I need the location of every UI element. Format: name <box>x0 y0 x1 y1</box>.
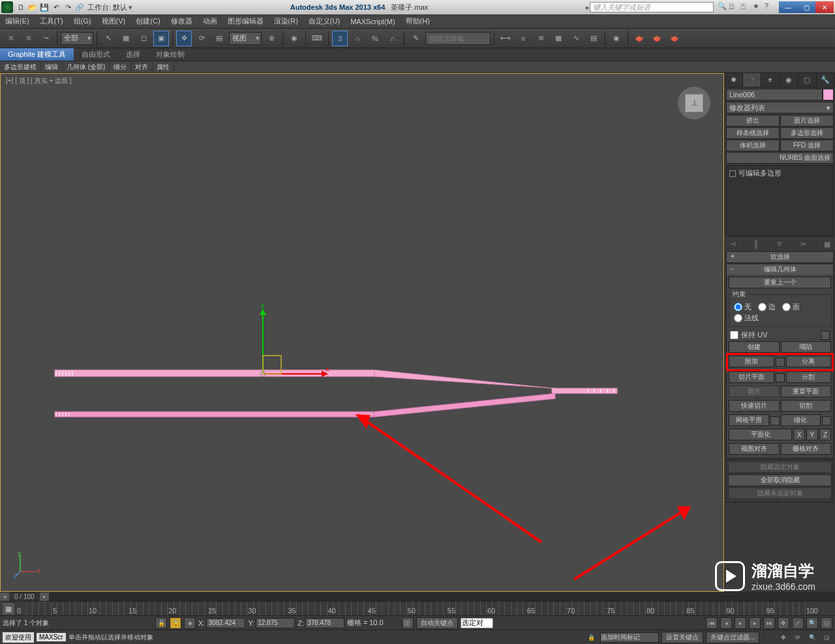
selection-filter-dropdown[interactable]: 全部 <box>61 32 93 45</box>
render-icon[interactable]: 🫖 <box>667 31 682 46</box>
modifier-list-dropdown[interactable]: 修改器列表 <box>726 102 834 114</box>
modifier-stack[interactable]: 可编辑多边形 <box>726 165 834 237</box>
tab-create-icon[interactable]: ✸ <box>725 73 743 87</box>
btn-repeat-last[interactable]: 重复上一个 <box>729 277 831 288</box>
time-tag-input[interactable] <box>600 632 659 643</box>
tess-settings-icon[interactable] <box>822 416 831 425</box>
menu-group[interactable]: 组(G) <box>74 16 91 26</box>
favorite-icon[interactable]: ★ <box>753 2 763 12</box>
tab-hierarchy-icon[interactable]: ⌆ <box>761 73 780 87</box>
play-end-icon[interactable]: ⏭ <box>763 617 775 629</box>
radio-none[interactable]: 无 <box>734 302 752 312</box>
btn-detach[interactable]: 分离 <box>786 356 832 367</box>
menu-custom[interactable]: 自定义(U) <box>309 16 340 26</box>
coord-z-input[interactable] <box>305 618 344 628</box>
workspace-label[interactable]: 工作台: 默认 <box>87 3 127 12</box>
subtab-geo[interactable]: 几何体 (全部) <box>63 62 110 72</box>
mirror-icon[interactable]: ⟷ <box>498 31 513 46</box>
time-scrollbar[interactable]: ◂ 0 / 100 ▸ <box>0 592 835 601</box>
spinner-snap-icon[interactable]: ∩ <box>385 31 401 46</box>
btn-x[interactable]: X <box>793 429 805 440</box>
radio-edge[interactable]: 边 <box>758 302 776 312</box>
qmark-icon[interactable]: ? <box>765 2 775 12</box>
autokey-button[interactable]: 自动关键点 <box>416 617 458 629</box>
stack-item-editable-poly[interactable]: 可编辑多边形 <box>729 168 830 178</box>
pin-stack-icon[interactable]: ⊣ <box>726 238 739 250</box>
btn-hide-unsel[interactable]: 隐藏未选定对象 <box>728 487 832 499</box>
schematic-icon[interactable]: ▤ <box>586 31 601 46</box>
make-unique-icon[interactable]: ⩔ <box>774 238 787 250</box>
unlink-icon[interactable]: ⤮ <box>20 31 36 46</box>
btn-tess[interactable]: 细化 <box>781 414 821 426</box>
btn-view-align[interactable]: 视图对齐 <box>729 443 780 455</box>
close-button[interactable]: ✕ <box>815 1 834 13</box>
menu-create[interactable]: 创建(C) <box>136 16 160 26</box>
subtab-poly[interactable]: 多边形建模 <box>0 62 41 72</box>
btn-face-sel[interactable]: 面片选择 <box>780 115 834 127</box>
app-logo-icon[interactable] <box>1 1 13 13</box>
undo-icon[interactable]: ↶ <box>51 2 61 12</box>
menu-view[interactable]: 视图(V) <box>102 16 126 26</box>
signin-icon[interactable]: ⍞ <box>741 2 752 12</box>
menu-tools[interactable]: 工具(T) <box>40 16 63 26</box>
render-setup-icon[interactable]: 🫖 <box>631 31 647 46</box>
new-icon[interactable]: 🗋 <box>16 2 26 12</box>
help-icon[interactable]: ⍰ <box>729 2 740 12</box>
coord-x-input[interactable] <box>206 618 245 628</box>
msmooth-settings-icon[interactable] <box>770 416 780 425</box>
nav4-icon[interactable]: ◲ <box>821 617 832 629</box>
selset-input[interactable] <box>461 618 493 628</box>
preserve-uv-settings[interactable] <box>821 331 830 340</box>
chk-preserve-uv[interactable] <box>730 331 738 339</box>
subtab-subdiv[interactable]: 细分 <box>110 62 131 72</box>
btn-y[interactable]: Y <box>806 429 818 440</box>
align-icon[interactable]: ≡ <box>515 31 531 46</box>
angle-snap-icon[interactable]: ∩ <box>350 31 365 46</box>
scroll-right-icon[interactable]: ▸ <box>40 592 49 602</box>
btn-z[interactable]: Z <box>819 429 831 440</box>
welcome-tag[interactable]: 欢迎使用 <box>3 632 34 643</box>
btn-split[interactable]: 分割 <box>786 371 832 383</box>
radio-normal[interactable]: 法线 <box>734 313 759 323</box>
menu-animation[interactable]: 动画 <box>203 16 217 26</box>
scale-icon[interactable]: ▤ <box>211 31 227 46</box>
lock-icon2[interactable]: 🔒 <box>586 632 598 643</box>
btn-grid-align[interactable]: 栅格对齐 <box>781 443 832 455</box>
layers-icon[interactable]: ≋ <box>533 31 549 46</box>
play-next-icon[interactable]: ▸ <box>749 617 761 629</box>
timeline[interactable]: ▦ 05101520253035404550556065707580859095… <box>0 601 835 615</box>
lock-icon[interactable]: 🔓 <box>155 617 167 629</box>
btn-collapse[interactable]: 塌陷 <box>781 341 832 353</box>
coord-mode-icon[interactable]: ◈ <box>184 617 196 629</box>
keyboard-icon[interactable]: ⌨ <box>309 31 325 46</box>
btn-spline-sel[interactable]: 样条线选择 <box>726 127 780 139</box>
menu-modifiers[interactable]: 修改器 <box>171 16 192 26</box>
rollout-soft-select[interactable]: 软选择 <box>727 252 833 262</box>
object-color-swatch[interactable] <box>823 89 834 100</box>
lock2-icon[interactable]: 🔒 <box>170 617 181 629</box>
redo-icon[interactable]: ↷ <box>63 2 73 12</box>
save-icon[interactable]: 💾 <box>39 2 50 12</box>
btn-quickslice[interactable]: 快速切片 <box>729 400 780 412</box>
play-start-icon[interactable]: ⏮ <box>706 617 718 629</box>
search-icon[interactable]: 🔍 <box>718 2 728 12</box>
btn-ffd-sel[interactable]: FFD 选择 <box>780 140 834 151</box>
select-region-icon[interactable]: ◻ <box>136 31 151 46</box>
tab-paint[interactable]: 对象绘制 <box>148 48 192 61</box>
rotate-icon[interactable]: ⟳ <box>194 31 209 46</box>
open-icon[interactable]: 📂 <box>27 2 38 12</box>
nav8-icon[interactable]: ◲ <box>821 632 832 643</box>
btn-hide-sel[interactable]: 隐藏选定对象 <box>728 461 832 473</box>
remove-mod-icon[interactable]: ✂ <box>797 238 810 250</box>
menu-maxscript[interactable]: MAXScript(M) <box>350 18 395 25</box>
scroll-left-icon[interactable]: ◂ <box>0 592 9 602</box>
key-icon[interactable]: ⚿ <box>402 617 414 629</box>
keyfilter-button[interactable]: 关键点过滤器... <box>706 632 759 643</box>
bind-icon[interactable]: ⤳ <box>38 31 53 46</box>
coord-y-input[interactable] <box>256 618 295 628</box>
nav2-icon[interactable]: ⤢ <box>792 617 804 629</box>
nav7-icon[interactable]: 🔍 <box>806 632 818 643</box>
btn-unhide[interactable]: 全部取消隐藏 <box>728 474 832 486</box>
material-editor-icon[interactable]: ◉ <box>609 31 624 46</box>
move-icon[interactable]: ✥ <box>176 31 192 46</box>
